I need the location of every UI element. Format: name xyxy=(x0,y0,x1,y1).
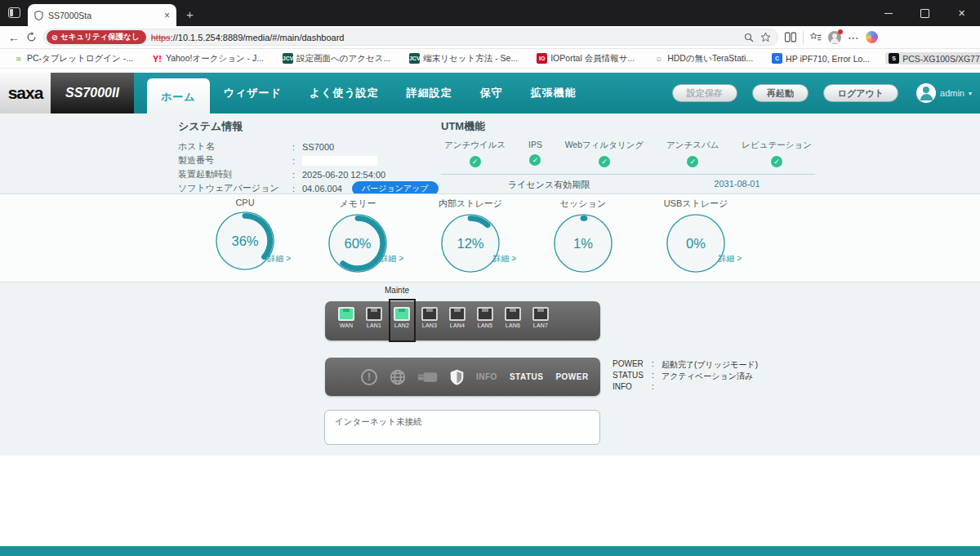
gauge-detail-link[interactable]: 詳細 > xyxy=(267,253,291,265)
globe-icon xyxy=(390,369,406,385)
bookmark-label: HDDの無いTeraStati... xyxy=(667,53,753,64)
split-screen-icon[interactable] xyxy=(785,32,796,42)
url-text: https://10.1.5.254:8889/media/#/main/das… xyxy=(151,33,739,42)
new-tab-button[interactable]: + xyxy=(186,7,194,21)
gauge-value: 0% xyxy=(686,236,706,251)
gauge-USBストレージ: USBストレージ0%詳細 > xyxy=(647,198,745,275)
gauge-detail-link[interactable]: 詳細 > xyxy=(718,253,742,265)
status-value: アクティベーション済み xyxy=(662,371,753,382)
chevron-down-icon: ▾ xyxy=(969,90,972,97)
profile-avatar[interactable] xyxy=(828,31,841,44)
address-bar[interactable]: ⊘セキュリティ保護なし https://10.1.5.254:8889/medi… xyxy=(43,29,778,46)
favorites-bar-icon[interactable] xyxy=(810,32,822,42)
system-info-row: 製造番号: xyxy=(178,153,439,167)
tab-close-icon[interactable]: × xyxy=(164,11,170,20)
bookmark-item[interactable]: Y!Yahoo!オークション - J... xyxy=(149,52,267,65)
status-row: STATUS:アクティベーション済み xyxy=(612,371,758,382)
bookmark-item[interactable]: ≈PC-タブレットログイン -... xyxy=(10,52,136,65)
gauge-label: メモリー xyxy=(340,198,376,210)
bookmark-item[interactable]: SPCS-XG100S/XG77S xyxy=(885,52,980,64)
window-minimize-button[interactable] xyxy=(870,0,906,26)
bookmark-item[interactable]: CHP iPF710, Error Lo... xyxy=(768,52,873,64)
gauge-detail-link[interactable]: 詳細 > xyxy=(380,253,403,265)
tab-workspaces-icon[interactable] xyxy=(8,7,20,18)
window-close-button[interactable]: ✕ xyxy=(943,0,980,26)
bookmark-item[interactable]: JCV端末リセット方法 - Se... xyxy=(406,52,521,65)
header-button[interactable]: 設定保存 xyxy=(672,84,737,102)
browser-tab[interactable]: SS7000Sta × xyxy=(28,4,176,26)
dashboard-page: saxa SS7000II ホームウィザードよく使う設定詳細設定保守拡張機能 設… xyxy=(0,69,980,556)
tab-詳細設定[interactable]: 詳細設定 xyxy=(393,73,466,113)
gauge-value: 60% xyxy=(344,236,371,251)
bookmark-favicon: S xyxy=(889,53,899,64)
window-maximize-button[interactable] xyxy=(906,0,943,26)
tab-ホーム[interactable]: ホーム xyxy=(147,78,210,113)
shield-icon xyxy=(34,11,43,20)
utm-feature-name: Webフィルタリング xyxy=(565,140,644,151)
rj45-icon xyxy=(449,307,466,321)
usb-drive-icon xyxy=(418,372,438,382)
header-button[interactable]: 再起動 xyxy=(752,84,808,102)
port-label: LAN4 xyxy=(450,322,465,328)
bookmark-item[interactable]: JCV設定画面へのアクセス... xyxy=(279,52,394,65)
gauge-ring: 60% xyxy=(326,211,390,275)
led-status-panel: ! INFOSTATUSPOWER xyxy=(325,358,600,396)
more-menu-icon[interactable]: ⋯ xyxy=(848,32,859,43)
gauge-value: 1% xyxy=(573,236,593,251)
copilot-icon[interactable] xyxy=(866,31,878,43)
port-label: LAN6 xyxy=(506,322,520,328)
bookmark-label: PC-タブレットログイン -... xyxy=(27,53,133,64)
tab-よく使う設定[interactable]: よく使う設定 xyxy=(296,73,393,113)
shield-status-icon xyxy=(450,369,464,385)
license-label: ライセンス有効期限 xyxy=(508,179,590,191)
system-info-value: 2025-06-20 12:54:00 xyxy=(302,170,385,180)
utm-feature-name: アンチスパム xyxy=(666,140,719,151)
security-badge[interactable]: ⊘セキュリティ保護なし xyxy=(47,30,146,44)
browser-window: SS7000Sta × + ✕ ← ⊘セキュリティ保護なし https://10… xyxy=(0,0,980,556)
system-info-value: SS7000 xyxy=(302,142,334,152)
gauge-label: USBストレージ xyxy=(664,198,728,210)
status-row: POWER:起動完了(ブリッジモード) xyxy=(612,359,758,371)
favorite-star-icon[interactable] xyxy=(760,32,771,42)
refresh-icon[interactable] xyxy=(26,32,37,42)
back-icon[interactable]: ← xyxy=(8,32,20,43)
user-icon xyxy=(916,83,936,103)
bookmarks-bar: ≈PC-タブレットログイン -...Y!Yahoo!オークション - J...J… xyxy=(0,49,980,69)
tab-title: SS7000Sta xyxy=(48,11,159,20)
port-LAN6: LAN6 xyxy=(503,307,523,328)
footer-strip xyxy=(0,546,980,556)
user-menu[interactable]: admin ▾ xyxy=(916,83,972,103)
led-label-INFO: INFO xyxy=(476,372,497,381)
header-button[interactable]: ログアウト xyxy=(823,84,898,102)
bookmark-label: Yahoo!オークション - J... xyxy=(166,53,264,64)
model-logo: SS7000II xyxy=(51,73,134,113)
bookmark-item[interactable]: ○HDDの無いTeraStati... xyxy=(650,52,756,65)
gauge-value: 36% xyxy=(231,234,258,249)
status-label: INFO xyxy=(612,382,652,394)
search-icon[interactable] xyxy=(744,33,754,42)
bookmark-label: PCS-XG100S/XG77S xyxy=(902,54,980,64)
port-label: WAN xyxy=(340,322,354,328)
gauge-detail-link[interactable]: 詳細 > xyxy=(492,253,516,265)
gauge-CPU: CPU36%詳細 > xyxy=(196,198,294,275)
utm-feature-name: IPS xyxy=(528,140,542,149)
saxa-logo: saxa xyxy=(0,73,51,113)
tab-拡張機能[interactable]: 拡張機能 xyxy=(517,73,590,113)
mainte-label: Mainte xyxy=(385,286,409,295)
tab-保守[interactable]: 保守 xyxy=(466,73,517,113)
bookmark-item[interactable]: IOIOPortal 会員情報サ... xyxy=(533,52,638,65)
user-name: admin xyxy=(940,88,964,98)
check-icon: ✓ xyxy=(687,156,698,167)
led-label-STATUS: STATUS xyxy=(510,372,544,381)
gauge-ring: 12% xyxy=(439,211,502,275)
utm-section: UTM機能 アンチウイルス✓IPS✓Webフィルタリング✓アンチスパム✓レピュテ… xyxy=(441,119,815,191)
gauge-ring: 0% xyxy=(664,211,728,275)
tab-ウィザード[interactable]: ウィザード xyxy=(210,73,296,113)
bookmark-label: HP iPF710, Error Lo... xyxy=(786,54,870,64)
gauge-内部ストレージ: 内部ストレージ12%詳細 > xyxy=(421,198,519,275)
main-nav: ホームウィザードよく使う設定詳細設定保守拡張機能 xyxy=(147,73,590,113)
rj45-icon xyxy=(421,307,438,321)
license-date: 2031-08-01 xyxy=(714,179,760,191)
rj45-icon xyxy=(338,307,354,321)
bookmark-label: 設定画面へのアクセス... xyxy=(296,53,390,64)
